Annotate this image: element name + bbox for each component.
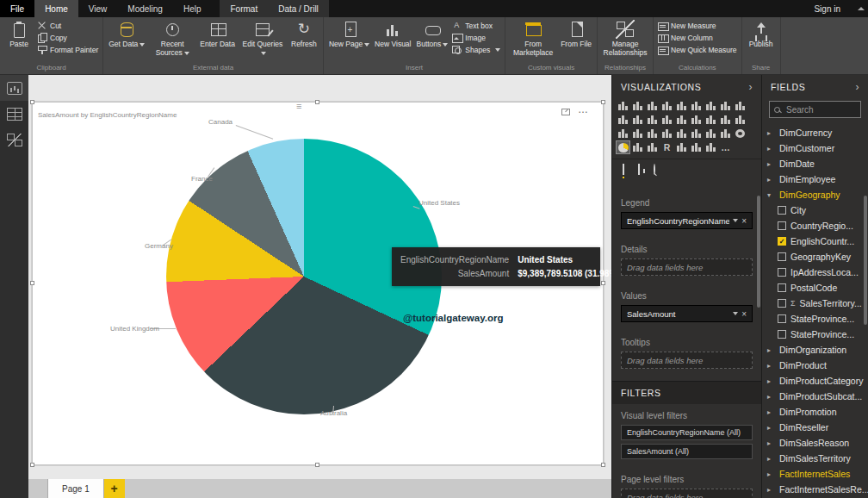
visual-type-clustered-column-chart-icon[interactable] bbox=[660, 100, 673, 112]
page-tab[interactable]: Page 1 bbox=[47, 479, 104, 498]
shapes-button[interactable]: Shapes bbox=[452, 45, 500, 54]
sign-in-button[interactable]: Sign in bbox=[814, 0, 840, 17]
new-page-button[interactable]: New Page bbox=[326, 19, 372, 50]
publish-button[interactable]: Publish bbox=[745, 19, 778, 50]
data-view-button[interactable] bbox=[0, 101, 28, 127]
pie-chart-visual[interactable]: SalesAmount by EnglishCountryRegionName … bbox=[32, 102, 604, 465]
fields-field-englishcountr[interactable]: ✓EnglishCountr... bbox=[762, 233, 868, 249]
visual-type-import-custom-visual-icon[interactable] bbox=[704, 141, 717, 153]
scrollbar[interactable] bbox=[864, 196, 867, 325]
fields-table-dimemployee[interactable]: ▸DimEmployee bbox=[762, 171, 868, 187]
field-checkbox[interactable] bbox=[778, 252, 786, 261]
fields-table-dimdate[interactable]: ▸DimDate bbox=[762, 156, 868, 171]
visual-type-shape-map-icon[interactable] bbox=[704, 128, 717, 140]
field-checkbox[interactable] bbox=[778, 268, 786, 277]
chevron-right-icon[interactable]: ▸ bbox=[767, 129, 775, 137]
visual-type-donut-chart-icon[interactable] bbox=[734, 128, 747, 140]
field-checkbox[interactable] bbox=[778, 283, 786, 292]
chevron-right-icon[interactable]: ▸ bbox=[767, 486, 775, 494]
chevron-right-icon[interactable]: ▸ bbox=[767, 393, 775, 401]
field-checkbox[interactable]: ✓ bbox=[778, 237, 786, 246]
fields-table-dimproduct[interactable]: ▸DimProduct bbox=[762, 358, 868, 373]
copy-button[interactable]: Copy bbox=[37, 33, 98, 42]
fields-field-stateprovince[interactable]: StateProvince... bbox=[762, 327, 868, 342]
visual-type-key-influencers-icon[interactable] bbox=[690, 141, 703, 153]
tab-view[interactable]: View bbox=[78, 0, 118, 17]
paste-button[interactable]: Paste bbox=[3, 19, 35, 50]
from-file-button[interactable]: From File bbox=[558, 19, 594, 50]
visual-type-100-stacked-bar-chart-icon[interactable] bbox=[675, 100, 688, 112]
visual-type-area-chart-icon[interactable] bbox=[719, 100, 732, 112]
visual-type-kpi-icon[interactable] bbox=[617, 128, 629, 140]
chevron-right-icon[interactable]: ▸ bbox=[767, 145, 775, 153]
new-measure-button[interactable]: New Measure bbox=[658, 21, 737, 30]
collapse-pane-icon[interactable] bbox=[748, 83, 753, 91]
chevron-right-icon[interactable]: ▸ bbox=[767, 362, 775, 370]
visual-type-matrix-icon[interactable] bbox=[660, 128, 673, 140]
get-data-button[interactable]: Get Data bbox=[106, 19, 147, 50]
model-view-button[interactable] bbox=[0, 127, 28, 153]
visual-type-ribbon-chart-icon[interactable] bbox=[646, 114, 659, 126]
new-quick-measure-button[interactable]: New Quick Measure bbox=[658, 45, 737, 54]
visual-type-treemap-icon[interactable] bbox=[719, 128, 732, 140]
resize-handle[interactable] bbox=[30, 463, 34, 467]
visual-type-filled-map-icon[interactable] bbox=[690, 128, 703, 140]
report-view-button[interactable] bbox=[0, 75, 28, 101]
resize-handle[interactable] bbox=[601, 463, 605, 467]
legend-field-well[interactable]: EnglishCountryRegionName bbox=[621, 212, 753, 229]
edit-queries-button[interactable]: Edit Queries bbox=[238, 19, 288, 59]
fields-field-countryregio[interactable]: CountryRegio... bbox=[762, 218, 868, 233]
visual-type-more-options-icon[interactable]: … bbox=[719, 141, 732, 153]
fields-table-dimreseller[interactable]: ▸DimReseller bbox=[762, 420, 868, 435]
text-box-button[interactable]: Text box bbox=[452, 21, 500, 30]
chevron-right-icon[interactable]: ▸ bbox=[767, 470, 775, 478]
visual-type-map-icon[interactable] bbox=[675, 128, 688, 140]
visual-type-clustered-bar-chart-icon[interactable] bbox=[646, 100, 659, 112]
visual-type-q-and-a-icon[interactable] bbox=[646, 141, 659, 153]
fields-table-dimgeography[interactable]: ▾DimGeography bbox=[762, 187, 868, 202]
search-input[interactable] bbox=[784, 104, 856, 115]
tab-format[interactable]: Format bbox=[220, 0, 268, 17]
cut-button[interactable]: Cut bbox=[37, 21, 98, 30]
tooltips-field-well[interactable]: Drag data fields here bbox=[621, 352, 753, 369]
visual-type-100-stacked-column-chart-icon[interactable] bbox=[690, 100, 703, 112]
chevron-right-icon[interactable]: ▸ bbox=[767, 439, 775, 447]
tab-home[interactable]: Home bbox=[34, 0, 78, 17]
values-field-well[interactable]: SalesAmount bbox=[621, 305, 753, 322]
fields-table-factinternetsalesre[interactable]: ▸FactInternetSalesRe... bbox=[762, 482, 868, 497]
file-menu[interactable]: File bbox=[0, 0, 34, 17]
visual-type-stacked-area-chart-icon[interactable] bbox=[734, 100, 747, 112]
visual-type-gauge-icon[interactable] bbox=[704, 114, 717, 126]
fields-table-dimpromotion[interactable]: ▸DimPromotion bbox=[762, 404, 868, 420]
fields-table-dimproductsubcat[interactable]: ▸DimProductSubcat... bbox=[762, 389, 868, 404]
visual-type-arcgis-map-icon[interactable] bbox=[631, 141, 644, 153]
field-checkbox[interactable] bbox=[778, 206, 786, 215]
new-page-tab-button[interactable]: + bbox=[104, 479, 125, 498]
visual-type-stacked-column-chart-icon[interactable] bbox=[631, 100, 644, 112]
resize-handle[interactable] bbox=[30, 281, 34, 285]
tab-help[interactable]: Help bbox=[173, 0, 212, 17]
fields-table-dimsalesterritory[interactable]: ▸DimSalesTerritory bbox=[762, 451, 868, 466]
new-visual-button[interactable]: New Visual bbox=[372, 19, 413, 50]
field-checkbox[interactable] bbox=[778, 330, 786, 339]
fields-field-ipaddressloca[interactable]: IpAddressLoca... bbox=[762, 265, 868, 280]
tab-data-drill[interactable]: Data / Drill bbox=[268, 0, 329, 17]
chevron-right-icon[interactable]: ▸ bbox=[767, 408, 775, 416]
visual-type-python-visual-icon[interactable] bbox=[675, 141, 688, 153]
fields-search[interactable] bbox=[769, 101, 861, 118]
image-button[interactable]: Image bbox=[452, 33, 500, 42]
fields-field-salesterritory[interactable]: SalesTerritory... bbox=[762, 296, 868, 311]
visual-type-pie-chart-icon[interactable] bbox=[617, 141, 629, 153]
fields-field-stateprovince[interactable]: StateProvince... bbox=[762, 311, 868, 327]
resize-handle[interactable] bbox=[601, 100, 605, 104]
fields-field-city[interactable]: City bbox=[762, 202, 868, 218]
filter-pill-salesamount[interactable]: SalesAmount (All) bbox=[621, 444, 753, 459]
format-painter-button[interactable]: Format Painter bbox=[37, 45, 98, 54]
report-canvas[interactable]: SalesAmount by EnglishCountryRegionName … bbox=[31, 101, 604, 466]
resize-handle[interactable] bbox=[315, 100, 319, 104]
visual-type-table-icon[interactable] bbox=[646, 128, 659, 140]
visual-type-waterfall-chart-icon[interactable] bbox=[660, 114, 673, 126]
refresh-button[interactable]: Refresh bbox=[288, 19, 320, 50]
visual-type-scatter-chart-icon[interactable] bbox=[675, 114, 688, 126]
manage-relationships-button[interactable]: Manage Relationships bbox=[600, 19, 650, 59]
